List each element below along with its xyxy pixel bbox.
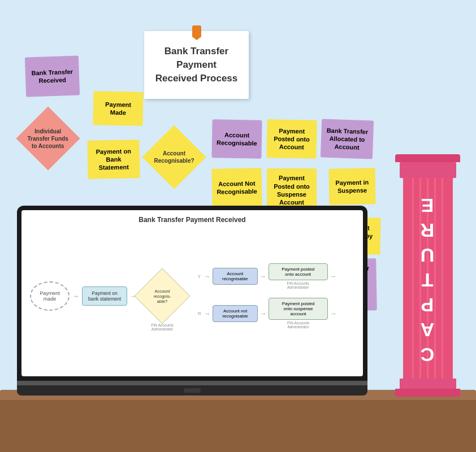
pillar-text: CAPTURE xyxy=(417,192,439,366)
flow-account-recognisable: Accountrecognisable xyxy=(213,268,258,285)
flow-payment-posted-suspense: Payment postedonto suspenseaccount xyxy=(269,298,328,320)
flow-account-not-recognisable: Account notrecognisable xyxy=(213,305,258,322)
flow-payment-made: Paymentmade xyxy=(30,281,70,311)
sticky-bank-transfer-received: Bank Transfer Received xyxy=(25,55,80,97)
pillar-body: CAPTURE xyxy=(403,178,453,379)
flow-payment-bank-statement: Payment onbank statement xyxy=(82,286,127,306)
sticky-payment-posted-account: Payment Posted onto Account xyxy=(266,119,317,159)
flowchart-title: Bank Transfer Payment Received xyxy=(27,216,357,224)
sticky-payment-in-suspense: Payment in Suspense xyxy=(328,168,375,205)
sticky-bank-transfer-allocated: Bank Transfer Allocated to Account xyxy=(321,119,374,159)
sticky-account-recognisable-q: Account Recognisable? xyxy=(146,129,202,185)
pillar-base2 xyxy=(395,389,460,397)
sticky-account-recognisable: Account Recognisable xyxy=(211,119,262,159)
pillar-base1 xyxy=(400,379,456,389)
arrow1: → xyxy=(72,292,79,300)
main-title-text: Bank Transfer PaymentReceived Process xyxy=(149,45,244,85)
sticky-payment-bank-statement: Payment on Bank Statement xyxy=(87,140,140,179)
laptop-base xyxy=(17,385,367,395)
desk xyxy=(0,390,476,452)
laptop-button xyxy=(184,388,201,393)
laptop-screen: Bank Transfer Payment Received Paymentma… xyxy=(17,206,367,381)
pillar-capital xyxy=(400,162,456,178)
sticky-individual-transfer: Individual Transfer Funds to Accounts xyxy=(17,107,79,169)
laptop: Bank Transfer Payment Received Paymentma… xyxy=(17,206,367,395)
pin xyxy=(192,25,201,37)
laptop-screen-inner: Bank Transfer Payment Received Paymentma… xyxy=(21,210,363,376)
pillar: CAPTURE xyxy=(395,154,460,397)
flow-payment-posted-account: Payment postedonto account xyxy=(269,263,328,280)
pillar-capital-top xyxy=(395,154,460,162)
flow-diamond-recognisable: Accountrecognis-able? xyxy=(135,268,191,324)
sticky-account-not-recognisable: Account Not Recognisable xyxy=(211,168,262,207)
sticky-payment-made: Payment Made xyxy=(93,91,143,126)
laptop-hinge xyxy=(17,381,367,385)
sticky-main-title: Bank Transfer PaymentReceived Process xyxy=(144,31,249,99)
